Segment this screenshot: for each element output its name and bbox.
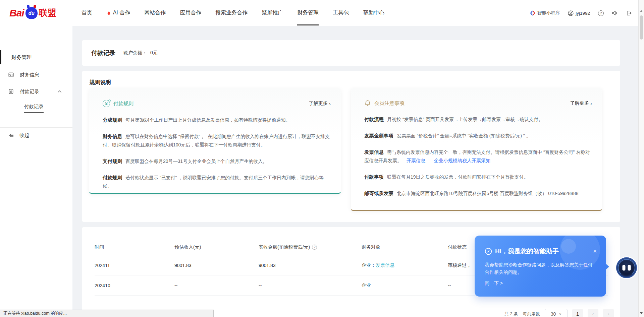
nav-item-ai[interactable]: AI 合作 [99,0,138,26]
invoice-info-link[interactable]: 开票信息 [407,158,425,163]
rule-item: 发票信息需与系统内发票信息内容完全一致，否则无法支付。请根据发票信息页面中 “百… [364,148,592,165]
bell-icon [364,100,371,107]
nav-item-home[interactable]: 首页 [74,0,99,26]
col-header-estimated: 预估收入(元) [174,244,259,250]
sidebar-subitem-payment-record[interactable]: 付款记录 [0,102,72,115]
more-label: 了解更多 [309,101,328,107]
rule-text: 每月第3或4个工作日产出上月分成信息及发票信息，如有特殊情况将提前通知。 [125,117,290,123]
user-account[interactable]: jyj1992 [568,10,590,16]
page-header-card: 付款记录 账户余额： 0元 [82,40,620,66]
col-header-actual: 实收金额(扣除税费后/元) [259,244,310,250]
username: jyj1992 [576,11,590,16]
rule-item: 付款事项联盟在每月19日之后签收的发票，付款时间安排在下个月首批支付。 [364,173,592,181]
invoice-info-table-link[interactable]: 发票信息 [376,262,394,268]
payment-rules-card: ¥ 付款规则 了解更多 › 分成规则每月第3或4个工作日产出上月分成信息及发票信… [89,88,341,194]
user-icon [568,10,574,16]
next-page-button[interactable]: › [603,309,614,317]
nav-item-help[interactable]: 帮助中心 [356,0,391,26]
member-notice-title: 会员注意事项 [374,100,405,107]
rule-label: 发票信息 [364,149,384,155]
speaker-icon [612,10,618,16]
cell-time: 202411 [95,263,174,268]
col-header-time: 时间 [95,244,174,250]
info-question-icon[interactable]: ? [312,245,317,250]
nav-item-finance[interactable]: 财务管理 [290,0,326,26]
sidebar-item-label: 付款记录 [20,88,39,95]
rule-text: 月初按 “发票信息” 页面开具发票→上传发票→邮寄发票→审核→确认支付。 [387,117,543,122]
page-size-select[interactable]: 30 ∨ [545,309,568,317]
balance-label: 账户余额： [123,50,147,55]
miniapp-diamond-icon [530,10,535,16]
cell-estimated: 9001.83 [174,263,259,268]
smart-miniapp-link[interactable]: 智能小程序 [530,10,560,16]
pagination-total: 共 2 条 [504,311,518,317]
rule-item: 发票金额事项发票票面 “价税合计” 金额=系统中 “实收金额 (扣除税费后/元)… [364,132,592,140]
prev-page-button[interactable]: ‹ [588,309,598,317]
coin-icon: ¥ [103,100,110,107]
page-number-1[interactable]: 1 [572,309,583,317]
member-notice-card: 会员注意事项 了解更多 › 付款流程月初按 “发票信息” 页面开具发票→上传发票… [351,88,602,211]
member-notice-more-link[interactable]: 了解更多 › [570,100,592,106]
sidebar-item-payment-record[interactable]: 付款记录 [0,85,72,98]
nav-item-app[interactable]: 应用合作 [173,0,208,26]
nav-item-label: AI 合作 [113,9,130,16]
rule-label: 发票金额事项 [364,133,393,138]
rules-section-title: 规则说明 [90,79,111,86]
rule-label: 财务信息 [103,134,122,139]
baidu-paw-icon: du [25,7,38,19]
rule-item: 邮寄纸质发票北京市海淀区西北旺东路10号院百度科技园5号楼 百度联盟财务组（收）… [364,189,592,198]
scroll-up-arrow-icon[interactable] [640,10,643,12]
nav-item-search-biz[interactable]: 搜索业务合作 [208,0,255,26]
rule-label: 分成规则 [103,117,122,123]
collapse-label: 收起 [19,132,29,139]
sidebar-subitem-label: 付款记录 [24,104,44,113]
sidebar-section-finance[interactable]: 财务管理 [0,50,72,64]
logout-icon [626,10,632,16]
logo-text-union: 联盟 [39,7,56,19]
topbar-right: 智能小程序 jyj1992 ? [530,0,632,26]
balance-value: 0元 [150,50,158,55]
rule-item: 财务信息您可以在财务信息中选择 “保留付款” 。 在此期间您产生的收入将在账户内… [103,132,331,149]
help-button[interactable]: ? [598,10,604,16]
small-taxpayer-notice-link[interactable]: 企业小规模纳税人开票须知 [434,158,490,163]
close-icon[interactable]: × [593,248,597,254]
logo-text-du: du [29,10,35,16]
sidebar: 财务管理 财务信息 付款记录 付款记录 收 [0,26,72,317]
payment-rules-more-link[interactable]: 了解更多 › [309,101,331,107]
rule-text: 您可以在财务信息中选择 “保留付款” 。 在此期间您产生的收入将在账户内进行累计… [103,134,330,147]
page-scrollbar[interactable] [638,0,644,317]
cell-time: 202410 [95,283,174,288]
popup-arrow [606,264,609,270]
target-prefix: 企业： [362,262,376,268]
scroll-down-arrow-icon[interactable] [640,312,643,314]
rule-item: 付款规则若付款状态显示 “已支付” ，说明联盟已安排了您的付款。支付后三个工作日… [103,174,331,190]
caret-down-icon: ∨ [559,312,561,316]
baidu-union-logo[interactable]: Bai du 联盟 [9,7,56,19]
nav-item-juping[interactable]: 聚屏推广 [255,0,290,26]
sidebar-section-label: 财务管理 [11,54,32,61]
browser-status-bar: 正在等待 xlab.baidu.com 的响应... [0,310,214,317]
assistant-title: Hi，我是您的智能助手 [495,247,559,256]
rule-item: 支付规则百度联盟会在每月20号—31号支付企业会员上个自然月产生的收入。 [103,157,331,166]
chevron-right-icon: › [590,101,592,106]
rule-label: 邮寄纸质发票 [364,191,393,196]
nav-item-website[interactable]: 网站合作 [137,0,173,26]
logo-text-bai: Bai [9,7,24,19]
collapse-arrow-icon [8,133,14,138]
scrollbar-thumb[interactable] [640,15,643,40]
miniapp-label: 智能小程序 [537,10,560,16]
sidebar-collapse-button[interactable]: 收起 [0,129,72,142]
more-label: 了解更多 [570,100,589,106]
target-prefix: 企业 [362,282,371,288]
payment-record-icon [8,88,14,94]
sidebar-item-finance-info[interactable]: 财务信息 [0,68,72,81]
logout-button[interactable] [626,10,632,16]
nav-item-toolkit[interactable]: 工具包 [326,0,356,26]
page-size-value: 30 [551,311,556,317]
payment-rules-title: 付款规则 [113,101,133,107]
rule-label: 支付规则 [103,158,122,164]
assistant-robot-avatar[interactable] [616,257,637,278]
announcement-button[interactable] [612,10,618,16]
ask-now-link[interactable]: 问一下 > [485,280,597,287]
rule-text: 北京市海淀区西北旺东路10号院百度科技园5号楼 百度联盟财务组（收） 010-5… [397,191,578,196]
